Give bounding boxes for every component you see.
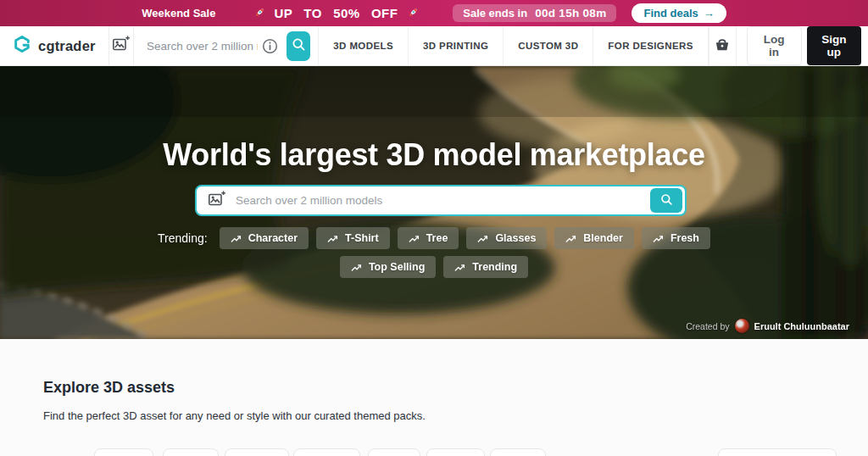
main-navbar: cgtrader: [0, 26, 868, 66]
hero-title: World's largest 3D model marketplace: [0, 137, 868, 173]
cgtrader-homepage: Weekend Sale UP TO 50% OFF Sa: [0, 0, 868, 456]
tag-glasses[interactable]: Glasses: [466, 227, 547, 249]
cgtrader-logo-icon: [13, 35, 31, 57]
trending-arrow-icon: [565, 234, 577, 243]
trending-arrow-icon: [351, 263, 363, 272]
nav-link-3d-printing[interactable]: 3D PRINTING: [408, 26, 503, 65]
trending-arrow-icon: [477, 234, 489, 243]
tag-character[interactable]: Character: [220, 227, 309, 249]
info-icon[interactable]: [261, 37, 279, 55]
weekend-sale-label: Weekend Sale: [142, 7, 215, 19]
category-chip-wide[interactable]: [718, 448, 837, 456]
rocket-icon: [252, 6, 266, 20]
tag-fresh[interactable]: Fresh: [642, 227, 710, 249]
category-chip[interactable]: [94, 448, 153, 456]
hero-search-button[interactable]: [650, 188, 682, 213]
category-chip[interactable]: [490, 448, 546, 456]
magnifier-icon: [659, 192, 674, 209]
promo-text: UP TO 50% OFF: [274, 6, 398, 20]
brand-name: cgtrader: [38, 38, 96, 54]
explore-subtitle: Find the perfect 3D asset for any need o…: [43, 409, 426, 422]
explore-title: Explore 3D assets: [43, 379, 175, 397]
countdown-label: Sale ends in: [463, 7, 527, 19]
hero-visual-search-button[interactable]: [197, 190, 236, 212]
hero-section: World's largest 3D model marketplace: [0, 66, 868, 339]
tag-tree[interactable]: Tree: [398, 227, 459, 249]
navbar-search-button[interactable]: [287, 31, 310, 61]
trending-arrow-icon: [409, 234, 420, 243]
arrow-right-icon: →: [704, 7, 715, 19]
tag-trending[interactable]: Trending: [443, 256, 528, 278]
magnifier-icon: [291, 36, 307, 55]
trending-tags-row-2: Top Selling Trending: [0, 256, 868, 278]
creator-name: Eruult Chuluunbaatar: [754, 321, 849, 331]
navbar-search-input[interactable]: [134, 26, 261, 65]
sale-countdown: Sale ends in 00d 15h 08m: [453, 4, 616, 22]
hero-search-input[interactable]: [236, 194, 650, 207]
login-button[interactable]: Log in: [747, 26, 802, 65]
trending-arrow-icon: [653, 234, 665, 243]
category-chip[interactable]: [293, 448, 360, 456]
category-chip[interactable]: [225, 448, 289, 456]
trending-arrow-icon: [454, 263, 466, 272]
countdown-value: 00d 15h 08m: [535, 7, 606, 19]
find-deals-label: Find deals: [643, 7, 698, 19]
trending-arrow-icon: [231, 234, 242, 243]
promo-banner: Weekend Sale UP TO 50% OFF Sa: [0, 0, 868, 26]
category-chip[interactable]: [368, 448, 420, 456]
basket-icon: [713, 35, 732, 57]
nav-link-custom-3d[interactable]: CUSTOM 3D: [503, 26, 593, 65]
creator-avatar: [735, 319, 749, 333]
hero-search-bar: [195, 185, 687, 216]
image-add-icon: [110, 35, 131, 57]
cart-button[interactable]: [709, 26, 737, 65]
category-chip[interactable]: [426, 448, 485, 456]
created-by-label: Created by: [686, 321, 729, 331]
category-chip[interactable]: [163, 448, 219, 456]
rocket-icon: [405, 6, 420, 20]
nav-link-3d-models[interactable]: 3D MODELS: [318, 26, 408, 65]
tag-t-shirt[interactable]: T-Shirt: [316, 227, 390, 249]
creator-credit[interactable]: Created by Eruult Chuluunbaatar: [686, 319, 849, 333]
nav-link-for-designers[interactable]: FOR DESIGNERS: [593, 26, 708, 65]
explore-section: Explore 3D assets Find the perfect 3D as…: [0, 339, 868, 456]
signup-button[interactable]: Sign up: [807, 26, 861, 65]
image-add-icon: [206, 190, 227, 212]
trending-label: Trending:: [158, 231, 208, 245]
tag-blender[interactable]: Blender: [554, 227, 634, 249]
visual-search-button[interactable]: [109, 26, 134, 65]
tag-top-selling[interactable]: Top Selling: [340, 256, 436, 278]
find-deals-button[interactable]: Find deals →: [632, 3, 726, 23]
trending-tags-row-1: Trending: Character T-Shirt Tree Glasses…: [0, 227, 868, 249]
brand-logo[interactable]: cgtrader: [0, 26, 109, 65]
trending-arrow-icon: [327, 234, 339, 243]
